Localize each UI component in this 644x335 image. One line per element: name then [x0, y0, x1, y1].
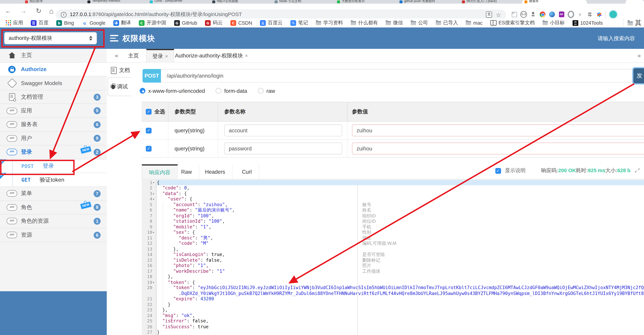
bookmark-item[interactable]: 学习资料	[316, 19, 343, 26]
browser-tab[interactable]: 99天打造入门 (back)	[460, 0, 524, 4]
bookmark-item[interactable]: 10241024Tools	[572, 20, 603, 26]
param-name-input[interactable]: account	[224, 124, 342, 136]
sidebar-item[interactable]: Swagger Models	[0, 76, 107, 90]
bookmark-item[interactable]: ES搜索引擎文档	[490, 19, 535, 26]
globe-extension-icon[interactable]	[549, 11, 555, 18]
sidebar-item[interactable]: 文档管理3	[0, 90, 107, 104]
new-tab-area[interactable]	[626, 0, 644, 4]
radio-icon[interactable]	[258, 88, 264, 94]
bookmark-item[interactable]: ✎笔记	[290, 19, 308, 26]
sidebar-item[interactable]: API菜单7	[0, 187, 107, 201]
tabs-collapse-icon[interactable]: «	[115, 52, 118, 59]
sidebar-item[interactable]: API服务表6	[0, 118, 107, 132]
page-info-icon[interactable]: i	[61, 12, 66, 18]
module-select[interactable]: authority-权限模块	[4, 32, 97, 44]
sidebar-item[interactable]: API应用5	[0, 104, 107, 118]
reader-extension-icon[interactable]	[511, 11, 518, 18]
forward-icon[interactable]: →	[18, 6, 28, 16]
color-asterisk-extension-icon[interactable]	[596, 11, 602, 18]
profile-avatar[interactable]	[609, 10, 618, 19]
sidebar-endpoint-post[interactable]: NEWPOST登录	[0, 159, 107, 173]
select-all-checkbox[interactable]: ✓	[146, 109, 152, 114]
body-type-option[interactable]: raw	[258, 88, 275, 94]
response-tab[interactable]: Raw	[174, 164, 199, 179]
back-icon[interactable]: ←	[3, 6, 13, 16]
reload-icon[interactable]: ↻	[34, 6, 44, 16]
bookmark-item[interactable]: 应用	[6, 19, 23, 26]
browser-tab[interactable]: Temporary Interacti	[85, 0, 150, 4]
content-tab[interactable]: 主页	[122, 49, 146, 62]
request-path-input[interactable]: /api/authority/anno/login	[161, 69, 632, 83]
menu-toggle-icon[interactable]	[110, 35, 118, 42]
bookmark-item[interactable]: 公司	[411, 19, 428, 26]
gitzip-extension-icon[interactable]: GitZip	[586, 11, 593, 18]
url-text[interactable]: 127.0.0.1:8760/api/gate/doc.html#/author…	[70, 11, 242, 18]
chrome-extension-icon[interactable]	[539, 11, 546, 18]
send-button[interactable]: 发	[633, 68, 644, 83]
bookmark-item[interactable]: 云百度云	[260, 19, 283, 26]
bookmark-item[interactable]: 已导入	[436, 19, 458, 26]
sidebar-item[interactable]: API角色NEW8	[0, 201, 107, 214]
bookmark-star-icon[interactable]: ☆	[496, 12, 501, 18]
bookmark-item[interactable]: C开源中国	[139, 19, 166, 26]
tab-title: Luna - JumpServer	[154, 0, 182, 2]
bookmark-item[interactable]: GGitHub	[174, 20, 197, 26]
browser-tab[interactable]: http://宝塔面板	[210, 0, 275, 4]
param-checkbox[interactable]: ✓	[146, 128, 152, 133]
close-tab-icon[interactable]: ×	[165, 54, 168, 59]
sidebar-item[interactable]: API登录NEW2	[0, 146, 107, 159]
radio-icon[interactable]	[216, 88, 221, 94]
doc-nav-debug[interactable]: 调试	[108, 77, 131, 96]
bookmark-item[interactable]: G码云	[205, 19, 223, 26]
sidebar-item[interactable]: Authorize	[0, 62, 107, 76]
sidebar-item[interactable]: 主页	[0, 49, 107, 62]
home-icon[interactable]: ⌂	[46, 6, 56, 16]
browser-tab[interactable]: 大数据分析展示	[335, 0, 400, 4]
body-type-option[interactable]: x-www-form-urlencoded	[140, 88, 205, 94]
param-value-input[interactable]: zuihou	[352, 124, 644, 136]
bookmark-item[interactable]: 微信	[386, 19, 403, 26]
tabs-expand-icon[interactable]: »	[638, 52, 641, 59]
param-name-input[interactable]: password	[224, 142, 342, 154]
sidebar-item[interactable]: API资源6	[0, 228, 107, 242]
response-tab[interactable]: Headers	[198, 164, 232, 179]
bookmarks-overflow-folder[interactable]: 其	[623, 18, 642, 28]
response-tab[interactable]: Curl	[235, 164, 259, 179]
browser-tab[interactable]: Luna - JumpServer	[148, 0, 212, 4]
bookmark-item[interactable]: 百百度	[31, 19, 48, 26]
bookmark-item[interactable]: GGoogle	[82, 20, 106, 26]
bookmark-item[interactable]: CCSDN	[230, 20, 252, 26]
browser-tab[interactable]: 知识星球	[22, 0, 88, 4]
response-body-editor[interactable]: 1▾2▾3▾4▾5▾6▾7▾8▾9▾10▾11▾12▾13▾14▾15▾16▾1…	[142, 180, 644, 335]
bookmark-item[interactable]: 小目标	[542, 19, 565, 26]
params-col-header: 参数值	[347, 108, 644, 116]
translate-page-icon[interactable]: 文	[486, 12, 492, 18]
browser-tab[interactable]: github push 失败如何	[397, 0, 462, 4]
show-desc-checkbox[interactable]: ✓	[495, 168, 501, 174]
json-braces-extension-icon[interactable]: {…}	[520, 11, 527, 18]
body-type-option[interactable]: form-data	[216, 88, 247, 94]
rp-extension-icon[interactable]: RP	[558, 11, 565, 18]
sidebar-endpoint-get[interactable]: NEWGET验证token	[0, 173, 107, 187]
sidebar-item[interactable]: API角色的资源1	[0, 214, 107, 228]
browser-tab[interactable]: 微服务	[522, 0, 587, 4]
doc-nav-document[interactable]: 文档	[111, 66, 130, 74]
en-translate-extension-icon[interactable]: 英en	[530, 11, 536, 18]
bookmark-item[interactable]: mac	[466, 20, 482, 26]
chevrons-extension-icon[interactable]: »	[577, 11, 584, 18]
bookmark-item[interactable]: 什么都有	[351, 19, 378, 26]
content-tab[interactable]: Authorize-authority-权限模块×	[169, 49, 254, 62]
response-tab[interactable]: 响应内容	[142, 164, 178, 179]
expand-icon[interactable]: ↗↙	[634, 168, 640, 173]
header-search-input[interactable]: 请输入搜索内容	[598, 35, 635, 42]
sidebar-item[interactable]: API用户9	[0, 132, 107, 146]
param-value-input[interactable]: zuihou	[352, 142, 644, 154]
ring-extension-icon[interactable]	[568, 11, 574, 18]
api-cloud-icon: API	[6, 149, 17, 156]
param-checkbox[interactable]: ✓	[146, 146, 152, 151]
bookmark-item[interactable]: bBing	[56, 20, 74, 26]
close-tab-icon[interactable]: ×	[245, 53, 248, 59]
browser-tab[interactable]: Node 节点文档	[272, 0, 337, 4]
bookmark-item[interactable]: 译翻译	[113, 19, 131, 26]
radio-icon[interactable]	[140, 88, 146, 94]
